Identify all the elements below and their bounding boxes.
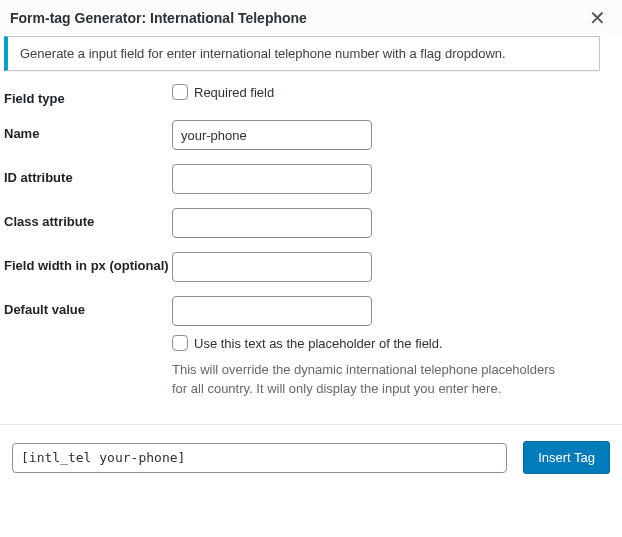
insert-tag-button[interactable]: Insert Tag xyxy=(523,441,610,474)
close-icon[interactable]: ✕ xyxy=(583,6,612,30)
row-class-attribute: Class attribute xyxy=(4,208,600,238)
id-attribute-input[interactable] xyxy=(172,164,372,194)
row-field-type: Field type Required field xyxy=(4,85,600,106)
required-field-text: Required field xyxy=(194,85,274,100)
placeholder-checkbox-text: Use this text as the placeholder of the … xyxy=(194,336,443,351)
generated-tag-input[interactable] xyxy=(12,443,507,473)
dialog-titlebar: Form-tag Generator: International Teleph… xyxy=(0,0,622,34)
label-name: Name xyxy=(4,120,172,141)
label-default-value: Default value xyxy=(4,296,172,317)
field-width-input[interactable] xyxy=(172,252,372,282)
dialog-footer: Insert Tag xyxy=(0,425,622,494)
outer-scroll-pane[interactable]: Generate a input field for enter interna… xyxy=(4,34,609,424)
label-class-attribute: Class attribute xyxy=(4,208,172,229)
dialog-title: Form-tag Generator: International Teleph… xyxy=(10,10,307,26)
description-notice: Generate a input field for enter interna… xyxy=(4,36,600,71)
row-name: Name xyxy=(4,120,600,150)
label-id-attribute: ID attribute xyxy=(4,164,172,185)
row-id-attribute: ID attribute xyxy=(4,164,600,194)
row-default-value: Default value Use this text as the place… xyxy=(4,296,600,399)
checkbox-icon xyxy=(172,335,188,351)
placeholder-checkbox[interactable]: Use this text as the placeholder of the … xyxy=(172,336,443,351)
class-attribute-input[interactable] xyxy=(172,208,372,238)
label-field-width: Field width in px (optional) xyxy=(4,252,172,273)
name-input[interactable] xyxy=(172,120,372,150)
default-value-help: This will override the dynamic internati… xyxy=(172,360,572,399)
inner-scroll-pane[interactable]: Generate a input field for enter interna… xyxy=(4,34,608,412)
spacer xyxy=(4,519,618,520)
label-field-type: Field type xyxy=(4,85,172,106)
checkbox-icon xyxy=(172,84,188,100)
default-value-input[interactable] xyxy=(172,296,372,326)
row-field-width: Field width in px (optional) xyxy=(4,252,600,282)
required-field-checkbox[interactable]: Required field xyxy=(172,85,274,100)
page-horizontal-scrollbar[interactable] xyxy=(4,519,618,535)
